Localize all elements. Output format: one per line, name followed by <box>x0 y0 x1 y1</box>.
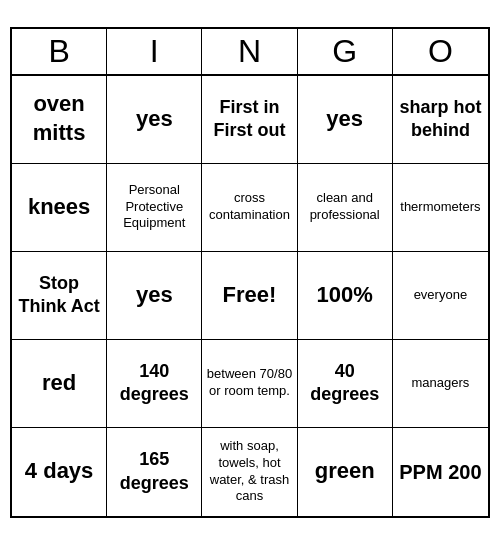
header-n: N <box>202 29 297 74</box>
bingo-cell-6: Personal Protective Equipment <box>107 164 202 252</box>
bingo-cell-12: Free! <box>202 252 297 340</box>
bingo-header: B I N G O <box>12 29 488 76</box>
bingo-cell-7: cross contamination <box>202 164 297 252</box>
bingo-grid: oven mittsyesFirst in First outyessharp … <box>12 76 488 516</box>
bingo-cell-15: red <box>12 340 107 428</box>
bingo-cell-21: 165 degrees <box>107 428 202 516</box>
bingo-cell-18: 40 degrees <box>298 340 393 428</box>
bingo-cell-24: PPM 200 <box>393 428 488 516</box>
header-i: I <box>107 29 202 74</box>
bingo-cell-0: oven mitts <box>12 76 107 164</box>
header-g: G <box>298 29 393 74</box>
bingo-card: B I N G O oven mittsyesFirst in First ou… <box>10 27 490 518</box>
bingo-cell-22: with soap, towels, hot water, & trash ca… <box>202 428 297 516</box>
bingo-cell-20: 4 days <box>12 428 107 516</box>
bingo-cell-4: sharp hot behind <box>393 76 488 164</box>
bingo-cell-10: Stop Think Act <box>12 252 107 340</box>
header-o: O <box>393 29 488 74</box>
bingo-cell-1: yes <box>107 76 202 164</box>
bingo-cell-8: clean and professional <box>298 164 393 252</box>
bingo-cell-14: everyone <box>393 252 488 340</box>
bingo-cell-9: thermometers <box>393 164 488 252</box>
bingo-cell-17: between 70/80 or room temp. <box>202 340 297 428</box>
header-b: B <box>12 29 107 74</box>
bingo-cell-11: yes <box>107 252 202 340</box>
bingo-cell-16: 140 degrees <box>107 340 202 428</box>
bingo-cell-23: green <box>298 428 393 516</box>
bingo-cell-2: First in First out <box>202 76 297 164</box>
bingo-cell-5: knees <box>12 164 107 252</box>
bingo-cell-13: 100% <box>298 252 393 340</box>
bingo-cell-3: yes <box>298 76 393 164</box>
bingo-cell-19: managers <box>393 340 488 428</box>
